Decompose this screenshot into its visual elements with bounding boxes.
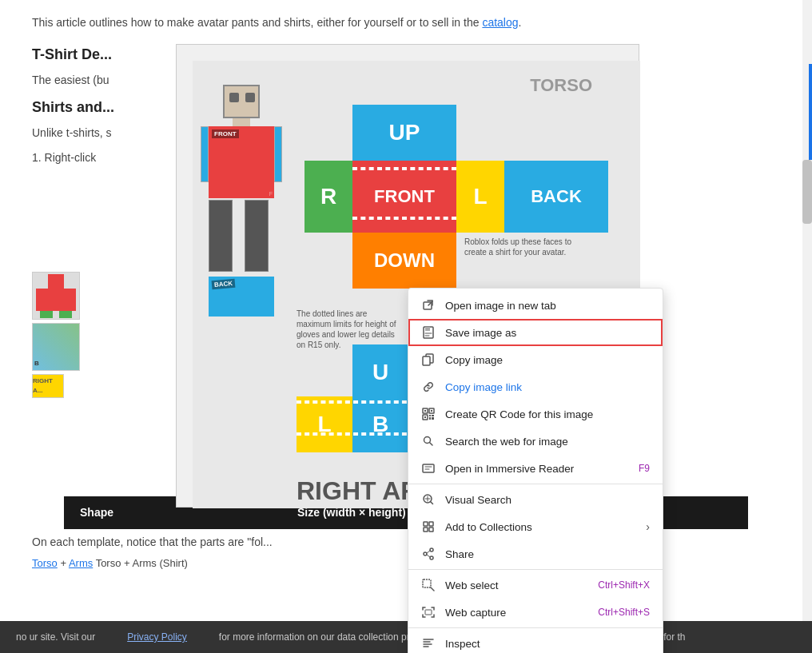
small-avatar-images: B RIGHT A... <box>32 272 80 398</box>
cell-l: L <box>456 161 504 233</box>
svg-rect-6 <box>425 327 430 331</box>
svg-rect-30 <box>425 610 432 615</box>
open-new-tab-label: Open image in new tab <box>445 300 556 312</box>
bottom-bar: no ur site. Visit our Privacy Policy for… <box>0 621 812 653</box>
menu-divider-1 <box>408 484 663 484</box>
share-label: Share <box>445 548 474 560</box>
svg-rect-20 <box>423 464 434 472</box>
inspect-label: Inspect <box>445 638 480 650</box>
menu-item-web-capture[interactable]: Web capture Ctrl+Shift+S <box>408 599 663 626</box>
svg-rect-29 <box>423 579 431 587</box>
menu-divider-2 <box>408 569 663 570</box>
svg-rect-16 <box>432 415 434 416</box>
svg-rect-2 <box>40 311 53 318</box>
capture-icon <box>421 605 436 619</box>
torso-label: TORSO <box>530 75 592 96</box>
collections-arrow-icon: › <box>646 520 650 533</box>
link-icon <box>421 380 436 394</box>
collections-icon <box>421 520 436 534</box>
bottom-caption: On each template, notice that the parts … <box>32 534 780 551</box>
copy-image-link-label: Copy image link <box>445 381 522 393</box>
cell-l-arm: L <box>297 396 352 452</box>
menu-divider-3 <box>408 627 663 628</box>
web-capture-label: Web capture <box>445 607 506 619</box>
search-web-label: Search the web for image <box>445 436 568 448</box>
menu-item-search-web[interactable]: Search the web for image <box>408 428 663 455</box>
cell-b-arm: B <box>352 396 408 452</box>
cell-front: FRONT <box>352 161 456 233</box>
web-select-label: Web select <box>445 579 499 591</box>
menu-item-inspect[interactable]: Inspect <box>408 630 663 653</box>
svg-rect-14 <box>424 416 426 418</box>
svg-rect-15 <box>429 415 431 416</box>
bottom-bar-text-1: no ur site. Visit our <box>16 631 95 643</box>
share-icon <box>421 547 436 561</box>
torso-arms-caption: Torso + Arms Torso + Arms (Shirt) <box>32 555 780 571</box>
menu-item-share[interactable]: Share <box>408 540 663 567</box>
context-menu: Open image in new tab Save image as Copy… <box>408 288 663 653</box>
avatar-thumb-3: RIGHT A... <box>32 374 64 398</box>
menu-item-web-select[interactable]: Web select Ctrl+Shift+X <box>408 571 663 599</box>
torso-link[interactable]: Torso <box>32 557 58 569</box>
qr-icon <box>421 407 436 421</box>
svg-rect-1 <box>36 289 76 311</box>
cell-r: R <box>304 161 352 233</box>
inspect-icon <box>421 636 436 651</box>
web-capture-shortcut: Ctrl+Shift+S <box>598 607 650 618</box>
svg-rect-12 <box>424 410 426 412</box>
save-icon <box>421 325 436 340</box>
cell-up: UP <box>352 105 456 161</box>
menu-item-open-immersive[interactable]: Open in Immersive Reader F9 <box>408 455 663 482</box>
visual-search-label: Visual Search <box>445 494 511 506</box>
svg-point-28 <box>430 556 433 559</box>
copy-image-label: Copy image <box>445 354 503 366</box>
svg-rect-8 <box>423 356 430 365</box>
intro-paragraph: This article outlines how to make avatar… <box>32 14 780 31</box>
menu-item-create-qr[interactable]: Create QR Code for this image <box>408 400 663 428</box>
svg-rect-18 <box>432 417 434 420</box>
add-collections-label: Add to Collections <box>445 521 532 533</box>
roblox-avatar: FRONT F BACK <box>201 85 289 317</box>
web-select-shortcut: Ctrl+Shift+X <box>598 579 650 591</box>
menu-item-copy-image[interactable]: Copy image <box>408 346 663 373</box>
create-qr-label: Create QR Code for this image <box>445 408 593 420</box>
catalog-link[interactable]: catalog <box>482 16 518 29</box>
visual-search-icon <box>421 492 436 507</box>
svg-rect-24 <box>424 528 428 532</box>
avatar-thumb-1 <box>32 272 80 320</box>
svg-rect-22 <box>424 522 428 526</box>
svg-rect-13 <box>431 410 432 412</box>
svg-rect-25 <box>429 528 433 532</box>
avatar-thumb-2: B <box>32 323 80 371</box>
cell-down: DOWN <box>352 233 456 289</box>
svg-rect-0 <box>48 274 64 289</box>
menu-item-visual-search[interactable]: Visual Search <box>408 486 663 513</box>
cell-back: BACK <box>504 161 608 233</box>
web-select-icon <box>421 578 436 592</box>
immersive-shortcut: F9 <box>639 463 650 474</box>
svg-point-26 <box>430 548 433 551</box>
menu-item-save-image-as[interactable]: Save image as <box>408 319 663 346</box>
menu-item-add-collections[interactable]: Add to Collections › <box>408 513 663 540</box>
copy-icon <box>421 352 436 367</box>
svg-rect-17 <box>429 417 431 420</box>
search-icon <box>421 434 436 448</box>
privacy-policy-link[interactable]: Privacy Policy <box>127 631 187 643</box>
menu-item-copy-image-link[interactable]: Copy image link <box>408 373 663 400</box>
svg-point-27 <box>424 552 427 555</box>
arms-link[interactable]: Arms <box>69 557 93 569</box>
open-immersive-label: Open in Immersive Reader <box>445 463 574 475</box>
menu-item-open-new-tab[interactable]: Open image in new tab <box>408 292 663 319</box>
svg-rect-23 <box>429 522 433 526</box>
roblox-note: Roblox folds up these faces to create a … <box>464 237 576 257</box>
svg-rect-3 <box>59 311 72 318</box>
right-accent-bar <box>809 64 812 160</box>
cell-u-arm: U <box>352 344 408 400</box>
scrollbar-thumb[interactable] <box>802 160 812 224</box>
save-image-as-label: Save image as <box>445 327 516 339</box>
open-tab-icon <box>421 298 436 313</box>
reader-icon <box>421 461 436 476</box>
